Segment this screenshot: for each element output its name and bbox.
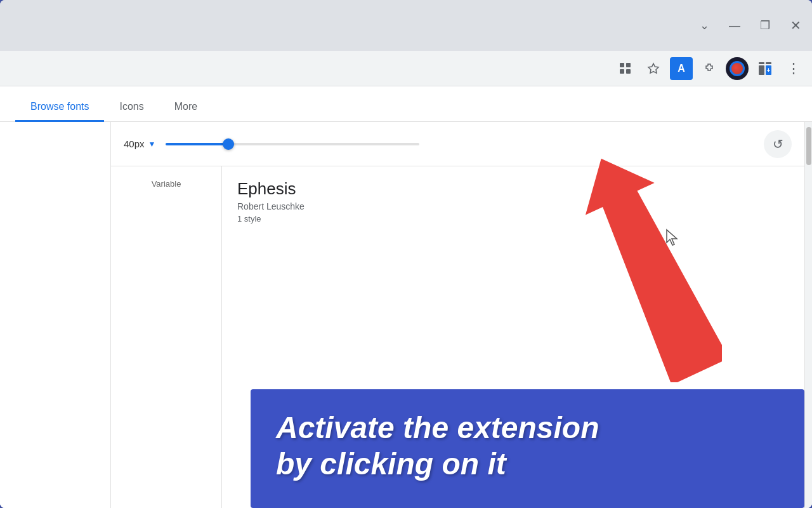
svg-rect-3 (626, 69, 631, 74)
record-icon (730, 61, 745, 76)
bookmark-button[interactable] (642, 57, 665, 80)
browser-toolbar: A + ⋮ (0, 51, 812, 86)
grid-cell-3 (759, 65, 764, 75)
tab-bar: Browse fonts Icons More (0, 86, 812, 122)
font-author: Robert Leuschke (237, 201, 789, 211)
puzzle-icon (703, 62, 716, 75)
tab-browse-fonts[interactable]: Browse fonts (15, 93, 104, 122)
font-name: Ephesis (237, 179, 789, 199)
font-variable-label: Variable (111, 166, 222, 508)
grid-icon (619, 62, 632, 75)
grid-cell-1 (759, 62, 764, 65)
font-size-slider-container (166, 143, 754, 145)
refresh-button[interactable]: ↺ (764, 130, 792, 158)
tab-icons[interactable]: Icons (104, 93, 159, 122)
slider-track[interactable] (166, 143, 419, 145)
puzzle-button[interactable] (698, 57, 721, 80)
font-list: Variable Ephesis Robert Leuschke 1 style (111, 166, 804, 508)
slider-thumb[interactable] (223, 138, 234, 150)
grid-cell-2 (766, 62, 771, 65)
font-item-row: Variable Ephesis Robert Leuschke 1 style (111, 166, 804, 508)
font-browser-content: 40px ▼ ↺ Variable (111, 122, 804, 508)
extension-grid-button[interactable]: + (754, 57, 776, 80)
font-extension-button[interactable]: A (670, 57, 693, 80)
font-styles-count: 1 style (237, 214, 789, 224)
main-content: 40px ▼ ↺ Variable (0, 122, 812, 508)
record-button[interactable] (726, 57, 749, 80)
svg-rect-0 (620, 63, 624, 67)
minimize-icon[interactable]: — (728, 19, 741, 32)
scrollbar[interactable] (804, 122, 812, 508)
extension-a-label: A (678, 63, 685, 74)
refresh-icon: ↺ (773, 137, 783, 152)
grid-view-button[interactable] (614, 57, 637, 80)
svg-rect-2 (620, 69, 624, 74)
close-icon[interactable]: ✕ (789, 19, 802, 32)
chevron-down-icon[interactable]: ⌄ (698, 19, 710, 32)
more-icon: ⋮ (787, 60, 800, 77)
titlebar-controls: ⌄ — ❐ ✕ (698, 19, 802, 32)
extension-grid-icon: + (759, 62, 771, 75)
maximize-icon[interactable]: ❐ (759, 19, 771, 32)
dropdown-arrow-icon: ▼ (148, 140, 156, 149)
controls-bar: 40px ▼ ↺ (111, 122, 804, 166)
more-menu-button[interactable]: ⋮ (782, 57, 804, 80)
grid-cell-plus: + (766, 65, 771, 75)
sidebar (0, 122, 111, 508)
tab-more[interactable]: More (159, 93, 213, 122)
slider-fill (166, 143, 229, 145)
scrollbar-thumb[interactable] (806, 127, 811, 165)
svg-rect-1 (626, 63, 631, 67)
star-icon (647, 62, 660, 75)
size-value: 40px (124, 138, 145, 149)
browser-window: ⌄ — ❐ ✕ A (0, 0, 812, 508)
font-card-main[interactable]: Ephesis Robert Leuschke 1 style (222, 166, 804, 508)
titlebar: ⌄ — ❐ ✕ (0, 0, 812, 51)
size-dropdown[interactable]: 40px ▼ (124, 138, 155, 149)
